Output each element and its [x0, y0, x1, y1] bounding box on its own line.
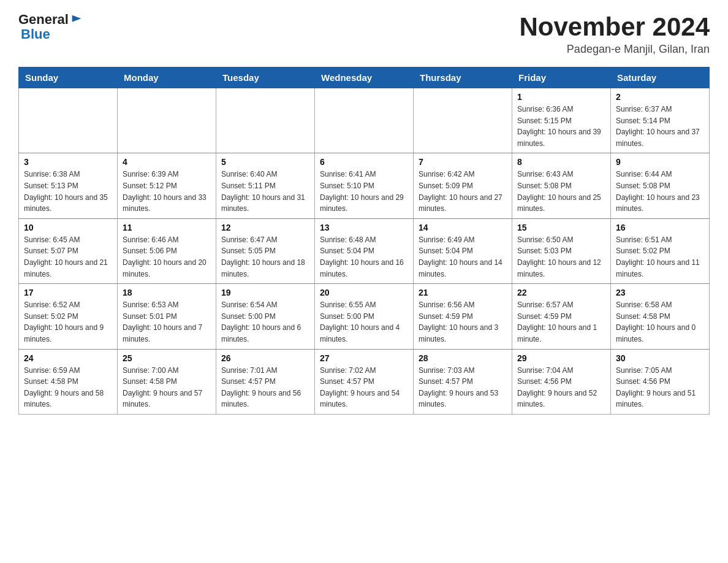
- day-number: 12: [221, 223, 309, 232]
- day-info: Sunrise: 6:56 AMSunset: 4:59 PMDaylight:…: [419, 299, 507, 345]
- day-number: 4: [123, 157, 211, 167]
- calendar-day-cell: 30Sunrise: 7:05 AMSunset: 4:56 PMDayligh…: [611, 349, 710, 414]
- calendar-day-cell: 20Sunrise: 6:55 AMSunset: 5:00 PMDayligh…: [315, 284, 414, 349]
- calendar-day-cell: 26Sunrise: 7:01 AMSunset: 4:57 PMDayligh…: [216, 349, 315, 414]
- day-info: Sunrise: 6:58 AMSunset: 4:58 PMDaylight:…: [616, 299, 704, 345]
- calendar-day-cell: 23Sunrise: 6:58 AMSunset: 4:58 PMDayligh…: [611, 284, 710, 349]
- day-of-week-header: Thursday: [414, 67, 512, 88]
- day-info: Sunrise: 6:54 AMSunset: 5:00 PMDaylight:…: [221, 299, 309, 345]
- day-of-week-header: Friday: [512, 67, 611, 88]
- calendar-week-row: 3Sunrise: 6:38 AMSunset: 5:13 PMDaylight…: [19, 153, 710, 218]
- title-block: November 2024 Padegan-e Manjil, Gilan, I…: [519, 12, 710, 56]
- calendar-day-cell: 8Sunrise: 6:43 AMSunset: 5:08 PMDaylight…: [512, 153, 611, 218]
- day-info: Sunrise: 6:52 AMSunset: 5:02 PMDaylight:…: [24, 299, 112, 345]
- day-number: 2: [616, 92, 704, 102]
- day-info: Sunrise: 7:01 AMSunset: 4:57 PMDaylight:…: [221, 365, 309, 410]
- calendar-table: SundayMondayTuesdayWednesdayThursdayFrid…: [18, 67, 710, 415]
- day-info: Sunrise: 6:48 AMSunset: 5:04 PMDaylight:…: [320, 234, 408, 280]
- calendar-day-cell: 14Sunrise: 6:49 AMSunset: 5:04 PMDayligh…: [414, 218, 512, 283]
- day-info: Sunrise: 6:36 AMSunset: 5:15 PMDaylight:…: [517, 104, 605, 149]
- calendar-day-cell: 18Sunrise: 6:53 AMSunset: 5:01 PMDayligh…: [118, 284, 216, 349]
- day-number: 10: [24, 223, 112, 232]
- day-info: Sunrise: 6:45 AMSunset: 5:07 PMDaylight:…: [24, 234, 112, 280]
- calendar-day-cell: 24Sunrise: 6:59 AMSunset: 4:58 PMDayligh…: [19, 349, 118, 414]
- calendar-week-row: 24Sunrise: 6:59 AMSunset: 4:58 PMDayligh…: [19, 349, 710, 414]
- day-number: 20: [320, 288, 408, 297]
- calendar-week-row: 1Sunrise: 6:36 AMSunset: 5:15 PMDaylight…: [19, 88, 710, 153]
- day-info: Sunrise: 6:51 AMSunset: 5:02 PMDaylight:…: [616, 234, 704, 280]
- day-number: 7: [419, 157, 507, 167]
- day-number: 29: [517, 353, 605, 363]
- day-of-week-header: Sunday: [19, 67, 118, 88]
- calendar-day-cell: [216, 88, 315, 153]
- calendar-day-cell: 15Sunrise: 6:50 AMSunset: 5:03 PMDayligh…: [512, 218, 611, 283]
- day-number: 16: [616, 223, 704, 232]
- day-number: 6: [320, 157, 408, 167]
- day-info: Sunrise: 6:37 AMSunset: 5:14 PMDaylight:…: [616, 104, 704, 149]
- calendar-day-cell: 10Sunrise: 6:45 AMSunset: 5:07 PMDayligh…: [19, 218, 118, 283]
- day-number: 11: [123, 223, 211, 232]
- calendar-day-cell: 21Sunrise: 6:56 AMSunset: 4:59 PMDayligh…: [414, 284, 512, 349]
- day-info: Sunrise: 7:05 AMSunset: 4:56 PMDaylight:…: [616, 365, 704, 410]
- day-info: Sunrise: 6:50 AMSunset: 5:03 PMDaylight:…: [517, 234, 605, 280]
- day-number: 28: [419, 353, 507, 363]
- day-number: 25: [123, 353, 211, 363]
- calendar-day-cell: [19, 88, 118, 153]
- day-number: 30: [616, 353, 704, 363]
- calendar-header-row: SundayMondayTuesdayWednesdayThursdayFrid…: [19, 67, 710, 88]
- month-title: November 2024: [519, 12, 710, 42]
- logo-blue: Blue: [21, 26, 50, 42]
- calendar-day-cell: 3Sunrise: 6:38 AMSunset: 5:13 PMDaylight…: [19, 153, 118, 218]
- day-info: Sunrise: 6:59 AMSunset: 4:58 PMDaylight:…: [24, 365, 112, 410]
- day-of-week-header: Tuesday: [216, 67, 315, 88]
- day-info: Sunrise: 6:44 AMSunset: 5:08 PMDaylight:…: [616, 169, 704, 214]
- calendar-day-cell: 29Sunrise: 7:04 AMSunset: 4:56 PMDayligh…: [512, 349, 611, 414]
- day-number: 17: [24, 288, 112, 297]
- day-of-week-header: Saturday: [611, 67, 710, 88]
- location-subtitle: Padegan-e Manjil, Gilan, Iran: [519, 43, 710, 56]
- calendar-week-row: 10Sunrise: 6:45 AMSunset: 5:07 PMDayligh…: [19, 218, 710, 283]
- day-number: 9: [616, 157, 704, 167]
- day-number: 15: [517, 223, 605, 232]
- day-number: 8: [517, 157, 605, 167]
- svg-marker-0: [72, 15, 82, 22]
- calendar-day-cell: 13Sunrise: 6:48 AMSunset: 5:04 PMDayligh…: [315, 218, 414, 283]
- day-of-week-header: Monday: [118, 67, 216, 88]
- day-number: 23: [616, 288, 704, 297]
- day-info: Sunrise: 6:53 AMSunset: 5:01 PMDaylight:…: [123, 299, 211, 345]
- day-info: Sunrise: 6:47 AMSunset: 5:05 PMDaylight:…: [221, 234, 309, 280]
- day-info: Sunrise: 6:41 AMSunset: 5:10 PMDaylight:…: [320, 169, 408, 214]
- calendar-day-cell: [118, 88, 216, 153]
- day-info: Sunrise: 6:55 AMSunset: 5:00 PMDaylight:…: [320, 299, 408, 345]
- day-number: 3: [24, 157, 112, 167]
- day-number: 21: [419, 288, 507, 297]
- calendar-day-cell: [315, 88, 414, 153]
- calendar-day-cell: 25Sunrise: 7:00 AMSunset: 4:58 PMDayligh…: [118, 349, 216, 414]
- calendar-day-cell: 9Sunrise: 6:44 AMSunset: 5:08 PMDaylight…: [611, 153, 710, 218]
- calendar-day-cell: 17Sunrise: 6:52 AMSunset: 5:02 PMDayligh…: [19, 284, 118, 349]
- day-info: Sunrise: 6:43 AMSunset: 5:08 PMDaylight:…: [517, 169, 605, 214]
- day-info: Sunrise: 6:49 AMSunset: 5:04 PMDaylight:…: [419, 234, 507, 280]
- logo-general: General: [18, 12, 69, 27]
- day-number: 5: [221, 157, 309, 167]
- calendar-day-cell: 22Sunrise: 6:57 AMSunset: 4:59 PMDayligh…: [512, 284, 611, 349]
- day-number: 13: [320, 223, 408, 232]
- day-info: Sunrise: 6:40 AMSunset: 5:11 PMDaylight:…: [221, 169, 309, 214]
- page-header: General Blue November 2024 Padegan-e Man…: [18, 12, 710, 56]
- calendar-day-cell: 2Sunrise: 6:37 AMSunset: 5:14 PMDaylight…: [611, 88, 710, 153]
- calendar-day-cell: 16Sunrise: 6:51 AMSunset: 5:02 PMDayligh…: [611, 218, 710, 283]
- day-of-week-header: Wednesday: [315, 67, 414, 88]
- calendar-day-cell: 11Sunrise: 6:46 AMSunset: 5:06 PMDayligh…: [118, 218, 216, 283]
- day-number: 27: [320, 353, 408, 363]
- day-number: 26: [221, 353, 309, 363]
- day-number: 19: [221, 288, 309, 297]
- calendar-day-cell: 7Sunrise: 6:42 AMSunset: 5:09 PMDaylight…: [414, 153, 512, 218]
- calendar-day-cell: 12Sunrise: 6:47 AMSunset: 5:05 PMDayligh…: [216, 218, 315, 283]
- day-info: Sunrise: 7:00 AMSunset: 4:58 PMDaylight:…: [123, 365, 211, 410]
- day-number: 14: [419, 223, 507, 232]
- day-info: Sunrise: 6:39 AMSunset: 5:12 PMDaylight:…: [123, 169, 211, 214]
- calendar-day-cell: 1Sunrise: 6:36 AMSunset: 5:15 PMDaylight…: [512, 88, 611, 153]
- logo: General Blue: [18, 12, 83, 42]
- logo-flag-icon: [70, 13, 83, 26]
- calendar-day-cell: 5Sunrise: 6:40 AMSunset: 5:11 PMDaylight…: [216, 153, 315, 218]
